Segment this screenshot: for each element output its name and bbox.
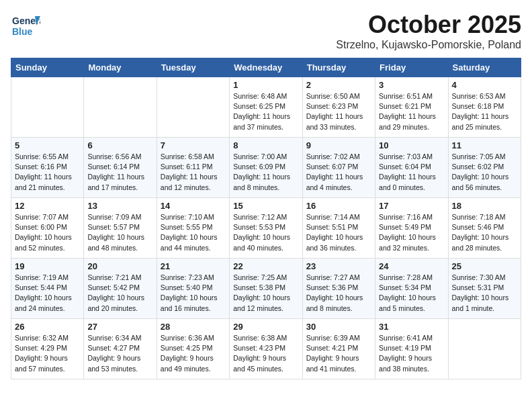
calendar-cell: 2Sunrise: 6:50 AMSunset: 6:23 PMDaylight… (302, 77, 375, 138)
calendar-week-row: 26Sunrise: 6:32 AMSunset: 4:29 PMDayligh… (11, 319, 521, 379)
calendar-cell: 26Sunrise: 6:32 AMSunset: 4:29 PMDayligh… (11, 319, 84, 379)
day-info: Sunrise: 6:53 AMSunset: 6:18 PMDaylight:… (452, 91, 517, 132)
day-number: 13 (87, 201, 152, 211)
calendar-cell: 4Sunrise: 6:53 AMSunset: 6:18 PMDaylight… (448, 77, 521, 138)
day-info: Sunrise: 6:56 AMSunset: 6:14 PMDaylight:… (87, 152, 152, 193)
logo: General Blue (11, 11, 40, 38)
day-number: 9 (306, 140, 371, 150)
day-info: Sunrise: 7:30 AMSunset: 5:31 PMDaylight:… (452, 273, 517, 314)
calendar-cell: 31Sunrise: 6:41 AMSunset: 4:19 PMDayligh… (375, 319, 448, 379)
day-number: 4 (452, 80, 517, 90)
day-number: 1 (233, 80, 298, 90)
day-number: 16 (306, 201, 371, 211)
day-number: 10 (379, 140, 444, 150)
calendar-week-row: 1Sunrise: 6:48 AMSunset: 6:25 PMDaylight… (11, 77, 521, 138)
calendar-week-row: 5Sunrise: 6:55 AMSunset: 6:16 PMDaylight… (11, 138, 521, 198)
svg-text:Blue: Blue (12, 26, 33, 37)
day-info: Sunrise: 6:50 AMSunset: 6:23 PMDaylight:… (306, 91, 371, 132)
calendar-cell (448, 319, 521, 379)
calendar-cell: 19Sunrise: 7:19 AMSunset: 5:44 PMDayligh… (11, 259, 84, 319)
day-info: Sunrise: 7:21 AMSunset: 5:42 PMDaylight:… (87, 273, 152, 314)
weekday-header-row: SundayMondayTuesdayWednesdayThursdayFrid… (11, 58, 521, 77)
day-number: 25 (452, 261, 517, 271)
weekday-header: Friday (375, 58, 448, 77)
day-info: Sunrise: 6:36 AMSunset: 4:25 PMDaylight:… (161, 333, 226, 374)
day-info: Sunrise: 6:39 AMSunset: 4:21 PMDaylight:… (306, 333, 371, 374)
calendar-cell: 15Sunrise: 7:12 AMSunset: 5:53 PMDayligh… (230, 198, 302, 259)
day-number: 3 (379, 80, 444, 90)
calendar-cell: 29Sunrise: 6:38 AMSunset: 4:23 PMDayligh… (230, 319, 302, 379)
calendar-cell (157, 77, 229, 138)
day-number: 17 (379, 201, 444, 211)
day-info: Sunrise: 7:09 AMSunset: 5:57 PMDaylight:… (87, 212, 152, 253)
day-number: 21 (161, 261, 226, 271)
day-info: Sunrise: 7:28 AMSunset: 5:34 PMDaylight:… (379, 273, 444, 314)
day-number: 22 (233, 261, 298, 271)
day-number: 29 (233, 322, 298, 332)
day-number: 7 (161, 140, 226, 150)
day-info: Sunrise: 7:12 AMSunset: 5:53 PMDaylight:… (233, 212, 298, 253)
day-number: 30 (306, 322, 371, 332)
day-info: Sunrise: 7:05 AMSunset: 6:02 PMDaylight:… (452, 152, 517, 193)
day-info: Sunrise: 7:25 AMSunset: 5:38 PMDaylight:… (233, 273, 298, 314)
month-title: October 2025 (336, 11, 521, 39)
day-info: Sunrise: 7:07 AMSunset: 6:00 PMDaylight:… (15, 212, 80, 253)
day-info: Sunrise: 6:34 AMSunset: 4:27 PMDaylight:… (87, 333, 152, 374)
weekday-header: Saturday (448, 58, 521, 77)
day-number: 28 (161, 322, 226, 332)
location-subtitle: Strzelno, Kujawsko-Pomorskie, Poland (336, 39, 521, 51)
calendar-cell: 12Sunrise: 7:07 AMSunset: 6:00 PMDayligh… (11, 198, 84, 259)
calendar-cell: 1Sunrise: 6:48 AMSunset: 6:25 PMDaylight… (230, 77, 302, 138)
day-number: 14 (161, 201, 226, 211)
calendar-cell: 27Sunrise: 6:34 AMSunset: 4:27 PMDayligh… (84, 319, 157, 379)
calendar-cell: 13Sunrise: 7:09 AMSunset: 5:57 PMDayligh… (84, 198, 157, 259)
calendar-cell: 21Sunrise: 7:23 AMSunset: 5:40 PMDayligh… (157, 259, 229, 319)
weekday-header: Thursday (302, 58, 375, 77)
day-info: Sunrise: 6:58 AMSunset: 6:11 PMDaylight:… (161, 152, 226, 193)
day-info: Sunrise: 6:48 AMSunset: 6:25 PMDaylight:… (233, 91, 298, 132)
logo-icon: General Blue (11, 11, 38, 38)
calendar-cell: 5Sunrise: 6:55 AMSunset: 6:16 PMDaylight… (11, 138, 84, 198)
calendar-cell: 25Sunrise: 7:30 AMSunset: 5:31 PMDayligh… (448, 259, 521, 319)
calendar-cell: 3Sunrise: 6:51 AMSunset: 6:21 PMDaylight… (375, 77, 448, 138)
calendar-cell (11, 77, 84, 138)
calendar-cell: 18Sunrise: 7:18 AMSunset: 5:46 PMDayligh… (448, 198, 521, 259)
calendar-table: SundayMondayTuesdayWednesdayThursdayFrid… (11, 58, 521, 379)
day-number: 26 (15, 322, 80, 332)
weekday-header: Wednesday (230, 58, 302, 77)
day-number: 20 (87, 261, 152, 271)
calendar-cell (84, 77, 157, 138)
calendar-week-row: 12Sunrise: 7:07 AMSunset: 6:00 PMDayligh… (11, 198, 521, 259)
calendar-cell: 7Sunrise: 6:58 AMSunset: 6:11 PMDaylight… (157, 138, 229, 198)
day-info: Sunrise: 7:27 AMSunset: 5:36 PMDaylight:… (306, 273, 371, 314)
day-info: Sunrise: 7:10 AMSunset: 5:55 PMDaylight:… (161, 212, 226, 253)
day-info: Sunrise: 6:38 AMSunset: 4:23 PMDaylight:… (233, 333, 298, 374)
day-number: 2 (306, 80, 371, 90)
calendar-cell: 11Sunrise: 7:05 AMSunset: 6:02 PMDayligh… (448, 138, 521, 198)
day-number: 12 (15, 201, 80, 211)
calendar-cell: 24Sunrise: 7:28 AMSunset: 5:34 PMDayligh… (375, 259, 448, 319)
page-header: General Blue October 2025 Strzelno, Kuja… (11, 11, 521, 51)
calendar-cell: 20Sunrise: 7:21 AMSunset: 5:42 PMDayligh… (84, 259, 157, 319)
day-info: Sunrise: 6:55 AMSunset: 6:16 PMDaylight:… (15, 152, 80, 193)
day-number: 24 (379, 261, 444, 271)
day-info: Sunrise: 7:16 AMSunset: 5:49 PMDaylight:… (379, 212, 444, 253)
calendar-cell: 6Sunrise: 6:56 AMSunset: 6:14 PMDaylight… (84, 138, 157, 198)
day-info: Sunrise: 7:02 AMSunset: 6:07 PMDaylight:… (306, 152, 371, 193)
day-info: Sunrise: 7:19 AMSunset: 5:44 PMDaylight:… (15, 273, 80, 314)
day-number: 19 (15, 261, 80, 271)
calendar-cell: 28Sunrise: 6:36 AMSunset: 4:25 PMDayligh… (157, 319, 229, 379)
calendar-week-row: 19Sunrise: 7:19 AMSunset: 5:44 PMDayligh… (11, 259, 521, 319)
calendar-cell: 17Sunrise: 7:16 AMSunset: 5:49 PMDayligh… (375, 198, 448, 259)
calendar-cell: 9Sunrise: 7:02 AMSunset: 6:07 PMDaylight… (302, 138, 375, 198)
day-number: 8 (233, 140, 298, 150)
day-number: 23 (306, 261, 371, 271)
day-info: Sunrise: 6:51 AMSunset: 6:21 PMDaylight:… (379, 91, 444, 132)
calendar-cell: 8Sunrise: 7:00 AMSunset: 6:09 PMDaylight… (230, 138, 302, 198)
day-number: 11 (452, 140, 517, 150)
calendar-cell: 10Sunrise: 7:03 AMSunset: 6:04 PMDayligh… (375, 138, 448, 198)
day-number: 5 (15, 140, 80, 150)
calendar-cell: 14Sunrise: 7:10 AMSunset: 5:55 PMDayligh… (157, 198, 229, 259)
weekday-header: Tuesday (157, 58, 229, 77)
day-number: 6 (87, 140, 152, 150)
